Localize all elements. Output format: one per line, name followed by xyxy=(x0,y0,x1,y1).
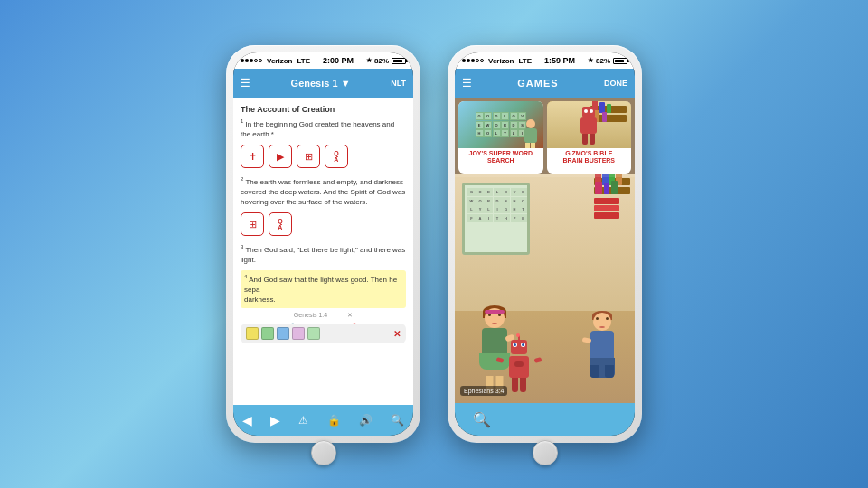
home-button-2[interactable] xyxy=(533,440,558,465)
bible-content-area: The Account of Creation 1 In the beginni… xyxy=(233,98,413,405)
forward-arrow-icon[interactable]: ▶ xyxy=(270,413,280,427)
bookshelf xyxy=(594,178,630,219)
signal-dot-2-3 xyxy=(471,59,475,62)
verse-sup-4: 4 xyxy=(244,274,247,279)
signal-dot-2 xyxy=(245,59,249,62)
highlight-color-picker[interactable]: ✕ xyxy=(241,324,406,343)
word-search-board: G O D L O V E W O R D S H xyxy=(462,183,530,255)
qa-icon-btn-2[interactable]: QA xyxy=(269,212,292,236)
menu-icon-2[interactable]: ☰ xyxy=(462,77,472,89)
nav-bar-2: ☰ GAMES DONE xyxy=(455,69,635,98)
swatch-pink[interactable] xyxy=(292,327,305,340)
joy-card-label: JOY'S SUPER WORD SEARCH xyxy=(458,148,543,167)
close-label-btn[interactable]: ✕ xyxy=(347,312,353,318)
nav-bar-1: ☰ Genesis 1 ▼ NLT xyxy=(233,69,413,98)
swatch-yellow[interactable] xyxy=(246,327,259,340)
signal-dot-2-2 xyxy=(467,59,470,62)
verse-2-icon-row: ⊞ QA xyxy=(241,212,406,236)
verse-2-text: 2 The earth was formless and empty, and … xyxy=(241,175,406,207)
qa-icon-btn[interactable]: QA xyxy=(325,145,348,168)
menu-icon[interactable]: ☰ xyxy=(241,77,250,89)
joy-word-search-card[interactable]: G O D L O V E W O R D S xyxy=(458,101,543,174)
swatch-light-green[interactable] xyxy=(307,327,320,340)
home-button-1[interactable] xyxy=(311,440,336,465)
play-icon-btn[interactable]: ▶ xyxy=(269,145,292,168)
games-content-area: G O D L O V E W O R D S xyxy=(455,98,635,403)
status-bar-1: Verizon LTE 2:00 PM ★ 82% xyxy=(233,52,413,69)
back-arrow-icon[interactable]: ◀ xyxy=(242,413,252,427)
signal-dot-5 xyxy=(259,59,262,62)
network-label: LTE xyxy=(297,57,310,65)
bible-reference-title[interactable]: Genesis 1 ▼ xyxy=(291,78,351,89)
verse-3-text: 3 Then God said, "Let there be light," a… xyxy=(241,243,406,265)
bottom-bar-2: 🔍 xyxy=(455,403,635,436)
verse-reference-overlay: Ephesians 3:4 xyxy=(460,386,507,396)
search-icon[interactable]: 🔍 xyxy=(391,414,404,427)
status-bar-2: Verizon LTE 1:59 PM ★ 82% xyxy=(455,52,635,69)
search-icon-bottom[interactable]: 🔍 xyxy=(473,411,491,428)
signal-dot-4 xyxy=(254,59,258,62)
carrier-label-2: Verizon xyxy=(488,57,514,65)
audio-icon[interactable]: 🔊 xyxy=(359,414,373,427)
alert-icon[interactable]: ⚠ xyxy=(298,414,308,427)
bottom-bar-1: ◀ ▶ ⚠ 🔒 🔊 🔍 xyxy=(233,405,413,436)
grid-icon-btn-2[interactable]: ⊞ xyxy=(241,212,264,236)
verse-sup-3: 3 xyxy=(241,244,243,249)
signal-dot-3 xyxy=(250,59,253,62)
color-swatches xyxy=(246,327,320,340)
boy-character xyxy=(580,313,624,394)
grid-icon-btn[interactable]: ⊞ xyxy=(297,145,320,168)
joy-card-image: G O D L O V E W O R D S xyxy=(458,101,543,148)
battery-percent: 82% xyxy=(374,57,389,65)
gizmo-card-label: GIZMO'S BIBLE BRAIN BUSTERS xyxy=(547,148,632,167)
verse-1-icon-row: ✝ ▶ ⊞ QA xyxy=(241,145,406,168)
game-scene: G O D L O V E W O R D S H xyxy=(455,174,635,403)
battery-percent-2: 82% xyxy=(596,57,610,65)
gizmo-card-image xyxy=(547,101,632,148)
signal-dot-2-1 xyxy=(462,59,466,62)
phone-1: Verizon LTE 2:00 PM ★ 82% ☰ Genesis 1 ▼ … xyxy=(226,45,420,443)
carrier-label: Verizon xyxy=(267,57,292,65)
gizmo-character xyxy=(502,340,536,392)
game-cards-row: G O D L O V E W O R D S xyxy=(455,98,635,177)
signal-dot-2-4 xyxy=(476,59,479,62)
games-title: GAMES xyxy=(517,78,558,89)
close-picker-btn[interactable]: ✕ xyxy=(393,329,401,339)
verse-1-text: 1 In the beginning God created the heave… xyxy=(241,117,406,139)
phone-2: Verizon LTE 1:59 PM ★ 82% ☰ GAMES DONE xyxy=(448,45,642,443)
network-label-2: LTE xyxy=(518,57,532,65)
time-label-2: 1:59 PM xyxy=(544,56,575,65)
verse-reference-label: Genesis 1:4 ✕ xyxy=(241,312,406,319)
swatch-green[interactable] xyxy=(261,327,274,340)
verse-sup-1: 1 xyxy=(241,118,243,124)
verse-heading: The Account of Creation xyxy=(241,105,406,114)
signal-dot-1 xyxy=(241,59,244,62)
bluetooth-icon: ★ xyxy=(366,57,372,64)
lock-icon[interactable]: 🔒 xyxy=(327,414,341,427)
signal-dot-2-5 xyxy=(480,59,484,62)
battery-icon xyxy=(392,58,406,64)
translation-label[interactable]: NLT xyxy=(391,79,406,88)
battery-icon-2 xyxy=(613,58,627,64)
bluetooth-icon-2: ★ xyxy=(588,57,593,64)
verse-4-highlighted: 4 And God saw that the light was good. T… xyxy=(241,270,406,307)
swatch-blue[interactable] xyxy=(277,327,289,340)
cross-icon-btn[interactable]: ✝ xyxy=(241,145,264,168)
time-label: 2:00 PM xyxy=(323,56,354,65)
verse-sup-2: 2 xyxy=(241,176,243,182)
done-button[interactable]: DONE xyxy=(604,79,627,88)
gizmo-brain-busters-card[interactable]: GIZMO'S BIBLE BRAIN BUSTERS xyxy=(547,101,632,174)
